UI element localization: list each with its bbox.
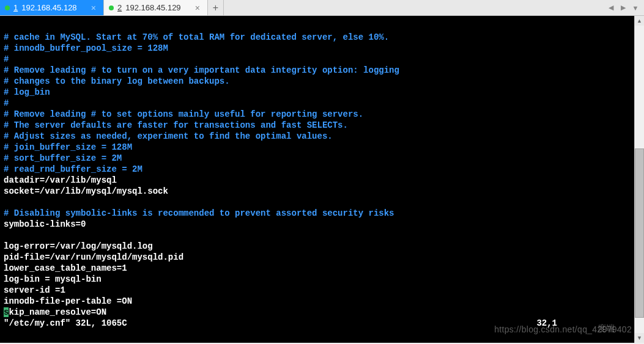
file-line: symbolic-links=0 bbox=[4, 219, 86, 229]
tabs-container: 1 192.168.45.128 × 2 192.168.45.129 × + bbox=[0, 0, 224, 15]
file-line: # log_bin bbox=[4, 87, 50, 97]
scroll-track[interactable] bbox=[635, 26, 644, 333]
nav-menu-icon[interactable]: ▼ bbox=[631, 3, 640, 13]
scroll-up-icon[interactable]: ▲ bbox=[635, 16, 644, 26]
nav-left-icon[interactable]: ◀ bbox=[606, 3, 616, 13]
file-line: # The server defaults are faster for tra… bbox=[4, 120, 348, 130]
file-line: server-id =1 bbox=[4, 285, 65, 295]
status-dot-icon bbox=[109, 5, 114, 10]
scroll-thumb[interactable] bbox=[635, 148, 644, 318]
file-line: datadir=/var/lib/mysql bbox=[4, 175, 117, 185]
scroll-down-icon[interactable]: ▼ bbox=[635, 333, 644, 343]
file-line: # bbox=[4, 54, 9, 64]
file-line: # read_rnd_buffer_size = 2M bbox=[4, 164, 142, 174]
terminal-content[interactable]: # cache in MySQL. Start at 70% of total … bbox=[0, 16, 634, 343]
file-line: # innodb_buffer_pool_size = 128M bbox=[4, 43, 168, 53]
file-line: log-error=/var/log/mysqld.log bbox=[4, 241, 153, 251]
file-line: # Remove leading # to turn on a very imp… bbox=[4, 65, 399, 75]
nav-arrows: ◀ ▶ ▼ bbox=[606, 0, 644, 15]
file-line: # bbox=[4, 98, 9, 108]
tab-2[interactable]: 2 192.168.45.129 × bbox=[104, 0, 208, 15]
close-icon[interactable]: × bbox=[90, 3, 97, 13]
file-line: log-bin = mysql-bin bbox=[4, 274, 102, 284]
tab-number: 2 bbox=[117, 3, 122, 12]
file-line: lower_case_table_names=1 bbox=[4, 263, 127, 273]
nav-right-icon[interactable]: ▶ bbox=[618, 3, 628, 13]
tab-1[interactable]: 1 192.168.45.128 × bbox=[0, 0, 104, 15]
cursor-line: skip_name_resolve=ON bbox=[4, 307, 106, 317]
status-file: "/etc/my.cnf" 32L, 1065C bbox=[4, 318, 127, 329]
vim-status-line: "/etc/my.cnf" 32L, 1065C32,1 bbox=[4, 318, 631, 329]
file-line: innodb-file-per-table =ON bbox=[4, 296, 132, 306]
file-line: # sort_buffer_size = 2M bbox=[4, 153, 122, 163]
tab-bar: 1 192.168.45.128 × 2 192.168.45.129 × + … bbox=[0, 0, 644, 16]
add-tab-button[interactable]: + bbox=[208, 0, 224, 15]
scrollbar[interactable]: ▲ ▼ bbox=[634, 16, 644, 343]
file-line: # join_buffer_size = 128M bbox=[4, 142, 132, 152]
file-line: # Adjust sizes as needed, experiment to … bbox=[4, 131, 333, 141]
file-line: socket=/var/lib/mysql/mysql.sock bbox=[4, 186, 168, 196]
status-position: 32,1 bbox=[536, 318, 631, 329]
tab-number: 1 bbox=[13, 3, 18, 12]
tab-label: 192.168.45.129 bbox=[125, 3, 180, 12]
terminal[interactable]: # cache in MySQL. Start at 70% of total … bbox=[0, 16, 644, 343]
file-line: # cache in MySQL. Start at 70% of total … bbox=[4, 32, 389, 42]
status-dot-icon bbox=[5, 5, 10, 10]
file-line: # Disabling symbolic-links is recommende… bbox=[4, 208, 394, 218]
file-line-rest: kip_name_resolve=ON bbox=[9, 307, 106, 317]
file-line: # changes to the binary log between back… bbox=[4, 76, 230, 86]
plus-icon: + bbox=[213, 2, 218, 13]
file-line: # Remove leading # to set options mainly… bbox=[4, 109, 363, 119]
close-icon[interactable]: × bbox=[194, 3, 201, 13]
tab-label: 192.168.45.128 bbox=[21, 3, 76, 12]
file-line: pid-file=/var/run/mysqld/mysqld.pid bbox=[4, 252, 183, 262]
